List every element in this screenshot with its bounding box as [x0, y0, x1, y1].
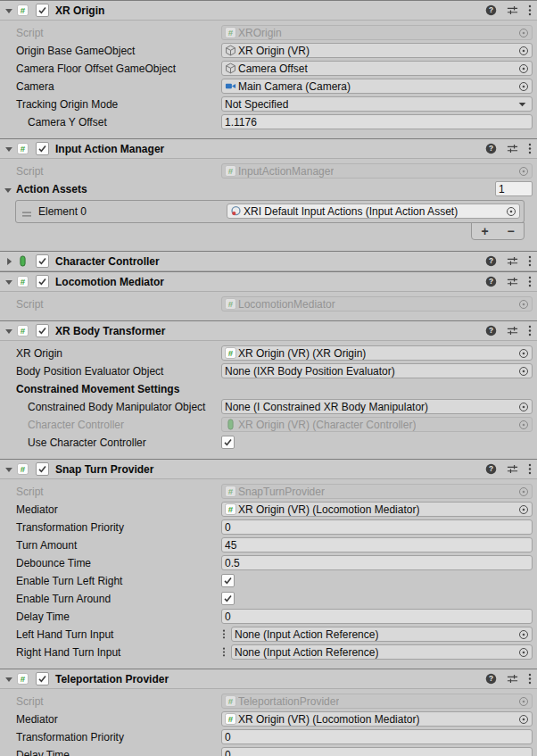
component-header[interactable]: #XR Body Transformer?	[0, 321, 537, 341]
enabled-checkbox[interactable]	[36, 4, 49, 17]
kebab-menu-icon[interactable]	[528, 463, 532, 475]
help-icon[interactable]: ?	[485, 143, 497, 154]
object-picker-icon[interactable]	[518, 486, 529, 497]
object-field[interactable]: None (Input Action Reference)	[231, 627, 533, 642]
help-icon[interactable]: ?	[485, 673, 497, 685]
script-icon: #	[17, 276, 29, 287]
enabled-checkbox[interactable]	[36, 672, 49, 685]
object-picker-icon[interactable]	[518, 166, 529, 177]
object-field[interactable]: XR Origin (VR) (Character Controller)	[221, 417, 533, 432]
text-input[interactable]	[221, 609, 533, 624]
object-picker-icon[interactable]	[518, 81, 529, 92]
object-field[interactable]: #XR Origin (VR) (Locomotion Mediator)	[221, 711, 533, 727]
kebab-menu-icon[interactable]	[528, 143, 532, 154]
object-picker-icon[interactable]	[518, 504, 529, 515]
presets-icon[interactable]	[507, 325, 518, 336]
object-picker-icon[interactable]	[518, 366, 529, 377]
foldout-icon[interactable]	[4, 278, 14, 287]
text-input[interactable]	[221, 747, 533, 756]
text-input[interactable]	[221, 114, 533, 129]
list-footer: +−	[471, 222, 525, 240]
foldout-icon[interactable]	[4, 145, 14, 154]
remove-element-button[interactable]: −	[507, 225, 514, 237]
kebab-menu-icon[interactable]	[528, 673, 532, 685]
object-picker-icon[interactable]	[518, 63, 529, 74]
object-field[interactable]: Camera Offset	[221, 61, 533, 76]
checkbox[interactable]	[221, 574, 235, 587]
svg-text:#: #	[228, 504, 234, 514]
object-picker-icon[interactable]	[518, 714, 529, 725]
drag-handle-icon[interactable]	[21, 208, 32, 220]
object-field[interactable]: #InputActionManager	[221, 163, 533, 179]
text-input[interactable]	[221, 729, 533, 744]
component-header[interactable]: #Input Action Manager?	[0, 139, 537, 159]
object-field[interactable]: #TeleportationProvider	[221, 694, 533, 709]
text-input[interactable]	[221, 537, 533, 552]
object-picker-icon[interactable]	[506, 206, 516, 217]
property-menu-icon[interactable]	[222, 629, 226, 642]
property-label: Camera	[16, 80, 54, 93]
foldout-icon[interactable]	[4, 6, 14, 15]
foldout-icon[interactable]	[4, 327, 14, 336]
component-header[interactable]: #Snap Turn Provider?	[0, 460, 537, 479]
object-field[interactable]: XRI Default Input Actions (Input Action …	[227, 204, 520, 219]
foldout-icon[interactable]	[4, 257, 14, 266]
array-size-field[interactable]	[495, 181, 533, 196]
chevron-down-icon	[518, 102, 526, 107]
presets-icon[interactable]	[507, 673, 518, 685]
object-picker-icon[interactable]	[518, 46, 529, 56]
kebab-menu-icon[interactable]	[528, 276, 532, 287]
dropdown-field[interactable]: Not Specified	[221, 96, 533, 112]
object-field[interactable]: None (Input Action Reference)	[231, 644, 533, 660]
help-icon[interactable]: ?	[485, 4, 497, 16]
object-field-value: XR Origin (VR) (Locomotion Mediator)	[238, 713, 419, 726]
object-picker-icon[interactable]	[518, 647, 529, 658]
text-input[interactable]	[221, 519, 533, 535]
object-picker-icon[interactable]	[518, 629, 529, 640]
text-input[interactable]	[221, 555, 533, 570]
kebab-menu-icon[interactable]	[528, 325, 532, 336]
presets-icon[interactable]	[507, 143, 518, 154]
enabled-checkbox[interactable]	[36, 324, 49, 337]
enabled-checkbox[interactable]	[36, 275, 49, 288]
object-field[interactable]: Main Camera (Camera)	[221, 79, 533, 94]
component-header[interactable]: #Teleportation Provider?	[0, 669, 537, 689]
enabled-checkbox[interactable]	[36, 462, 49, 476]
object-picker-icon[interactable]	[518, 696, 529, 707]
help-icon[interactable]: ?	[485, 276, 497, 287]
enabled-checkbox[interactable]	[36, 142, 49, 155]
presets-icon[interactable]	[507, 255, 518, 267]
add-element-button[interactable]: +	[481, 225, 488, 237]
kebab-menu-icon[interactable]	[528, 255, 532, 267]
presets-icon[interactable]	[507, 463, 518, 475]
checkbox[interactable]	[221, 592, 235, 605]
object-field[interactable]: None (IXR Body Position Evaluator)	[221, 363, 533, 378]
component-header[interactable]: #XR Origin?	[0, 1, 537, 21]
foldout-icon[interactable]	[4, 675, 14, 684]
object-picker-icon[interactable]	[518, 299, 529, 310]
object-picker-icon[interactable]	[518, 402, 529, 412]
help-icon[interactable]: ?	[485, 463, 497, 475]
object-field[interactable]: None (I Constrained XR Body Manipulator)	[221, 399, 533, 414]
component-header[interactable]: Character Controller?	[0, 252, 537, 271]
enabled-checkbox[interactable]	[36, 254, 49, 268]
help-icon[interactable]: ?	[485, 325, 497, 336]
object-field[interactable]: #XR Origin (VR) (Locomotion Mediator)	[221, 502, 533, 517]
help-icon[interactable]: ?	[485, 255, 497, 267]
object-field[interactable]: #XROrigin	[221, 25, 533, 40]
presets-icon[interactable]	[507, 4, 518, 16]
kebab-menu-icon[interactable]	[528, 4, 532, 16]
object-field[interactable]: XR Origin (VR)	[221, 43, 533, 58]
object-picker-icon[interactable]	[518, 420, 529, 430]
property-menu-icon[interactable]	[222, 647, 226, 660]
checkbox[interactable]	[221, 436, 235, 449]
presets-icon[interactable]	[507, 276, 518, 287]
object-field[interactable]: #XR Origin (VR) (XR Origin)	[221, 345, 533, 361]
object-picker-icon[interactable]	[518, 28, 529, 38]
component-header[interactable]: #Locomotion Mediator?	[0, 272, 537, 292]
foldout-icon[interactable]	[4, 465, 14, 474]
object-field[interactable]: #LocomotionMediator	[221, 296, 533, 312]
object-field[interactable]: #SnapTurnProvider	[221, 484, 533, 499]
object-picker-icon[interactable]	[518, 348, 529, 359]
foldout-icon[interactable]	[4, 185, 12, 197]
